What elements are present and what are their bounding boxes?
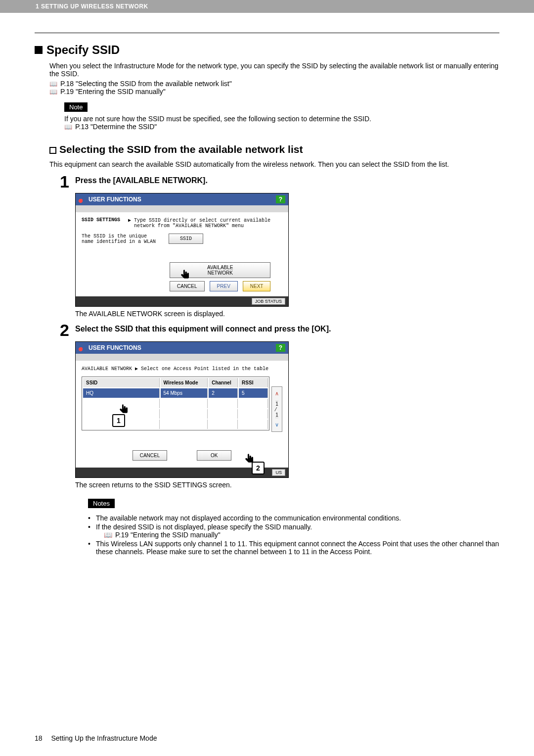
table-row[interactable]: [83, 409, 268, 419]
callout-1: 1: [112, 414, 125, 427]
job-status-button[interactable]: JOB STATUS: [252, 298, 285, 305]
cell-rssi: 5: [239, 388, 268, 398]
scroll-down-icon[interactable]: ∨: [275, 418, 279, 432]
available-network-button[interactable]: AVAILABLE NETWORK: [170, 262, 270, 278]
book-icon: 📖: [49, 88, 57, 95]
screenshot-titlebar: USER FUNCTIONS ?: [76, 342, 288, 354]
job-status-button[interactable]: US: [272, 469, 285, 476]
page-footer: 18 Setting Up the Infrastructure Mode: [35, 734, 157, 742]
step-number-1: 1: [49, 173, 69, 190]
step-number-2: 2: [49, 322, 69, 338]
book-icon: 📖: [64, 123, 72, 131]
note-item-2: If the desired SSID is not displayed, pl…: [88, 523, 499, 539]
table-row-selected[interactable]: HQ 54 Mbps 2 5: [83, 388, 268, 398]
section-heading: Specify SSID: [35, 43, 499, 57]
screenshot-footer: JOB STATUS: [76, 296, 288, 306]
subsection-heading: Selecting the SSID from the available ne…: [49, 143, 499, 155]
note-badge: Note: [64, 102, 88, 112]
titlebar-text: USER FUNCTIONS: [89, 344, 141, 351]
col-rssi: RSSI: [239, 378, 268, 387]
table-row[interactable]: [83, 420, 268, 429]
network-table: SSID Wireless Mode Channel RSSI HQ 54 Mb…: [82, 377, 269, 430]
titlebar-text: USER FUNCTIONS: [89, 196, 141, 203]
col-channel: Channel: [209, 378, 238, 387]
titlebar-subbar: [76, 205, 288, 212]
section-intro: When you select the Infrastructure Mode …: [49, 62, 499, 78]
cancel-button[interactable]: CANCEL: [170, 281, 205, 291]
scroll-up-icon[interactable]: ∧: [275, 387, 279, 401]
cell-ssid: HQ: [83, 388, 160, 398]
step-2: 2 Select the SSID that this equipment wi…: [35, 322, 499, 338]
ssid-button[interactable]: SSID: [169, 234, 203, 244]
book-icon: 📖: [104, 531, 112, 539]
section-title: Specify SSID: [46, 43, 120, 57]
cell-mode: 54 Mbps: [161, 388, 208, 398]
wifi-icon: [79, 344, 86, 351]
prev-button[interactable]: PREV: [210, 281, 238, 291]
step-1: 1 Press the [AVAILABLE NETWORK].: [35, 173, 499, 190]
callout-2: 2: [252, 462, 265, 474]
screenshot-footer: 2 US: [76, 468, 288, 477]
step2-title: Select the SSID that this equipment will…: [75, 325, 499, 333]
cancel-button[interactable]: CANCEL: [133, 450, 168, 461]
titlebar-subbar: [76, 354, 288, 361]
step1-caption: The AVAILABLE NETWORK screen is displaye…: [75, 310, 499, 318]
chapter-header: 1 SETTING UP WIRELESS NETWORK: [0, 0, 534, 13]
horizontal-rule: [35, 33, 499, 33]
help-icon[interactable]: ?: [276, 344, 285, 352]
notes-badge: Notes: [88, 499, 115, 508]
step1-title: Press the [AVAILABLE NETWORK].: [75, 176, 499, 185]
panel-note: The SSID is the unique name identified i…: [82, 234, 161, 244]
notes-block: Notes The available network may not disp…: [88, 492, 499, 556]
help-icon[interactable]: ?: [276, 195, 285, 203]
screenshot-titlebar: USER FUNCTIONS ?: [76, 193, 288, 205]
wifi-icon: [79, 196, 86, 203]
table-scrollbar[interactable]: ∧ 1 ∕ 1 ∨: [271, 386, 282, 432]
step2-caption: The screen returns to the SSID SETTINGS …: [75, 481, 499, 489]
next-button[interactable]: NEXT: [243, 281, 271, 291]
outline-square-icon: [49, 147, 56, 154]
col-ssid: SSID: [83, 378, 160, 387]
ok-button[interactable]: OK: [197, 450, 231, 461]
note-text: If you are not sure how the SSID must be…: [64, 115, 499, 123]
crossref-1: 📖 P.18 "Selecting the SSID from the avai…: [49, 80, 499, 88]
scroll-position: 1 ∕ 1: [275, 401, 278, 418]
note-item-3: This Wireless LAN supports only channel …: [88, 540, 499, 556]
subsection-intro: This equipment can search the available …: [49, 160, 499, 168]
page-number: 18: [35, 734, 43, 742]
screenshot-ssid-settings: USER FUNCTIONS ? SSID SETTINGS ▶ Type SS…: [75, 193, 289, 307]
col-mode: Wireless Mode: [161, 378, 208, 387]
book-icon: 📖: [49, 80, 57, 88]
table-row[interactable]: [83, 399, 268, 408]
screenshot-available-network: USER FUNCTIONS ? AVAILABLE NETWORK ▶ Sel…: [75, 341, 289, 478]
panel-title: AVAILABLE NETWORK ▶ Select one Access Po…: [82, 366, 282, 372]
cell-channel: 2: [209, 388, 238, 398]
square-bullet-icon: [35, 46, 43, 54]
note-crossref: 📖 P.13 "Determine the SSID": [64, 123, 499, 131]
panel-description: ▶ Type SSID directly or select current a…: [128, 217, 270, 229]
note-item-1: The available network may not displayed …: [88, 514, 499, 522]
note-item-2-crossref: 📖 P.19 "Entering the SSID manually": [104, 531, 499, 539]
footer-text: Setting Up the Infrastructure Mode: [51, 734, 157, 742]
crossref-2: 📖 P.19 "Entering the SSID manually": [49, 88, 499, 95]
panel-title: SSID SETTINGS: [82, 217, 120, 229]
